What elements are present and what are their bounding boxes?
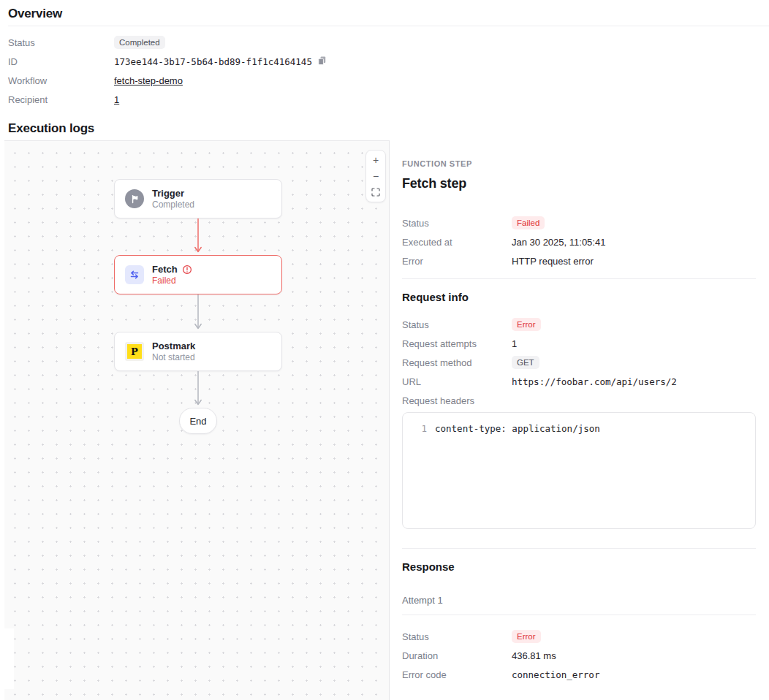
status-label: Status [402,218,512,229]
url-value: https://foobar.com/api/users/2 [512,376,677,387]
request-headers-code-box[interactable]: 1 content-type: application/json [402,412,756,529]
postmark-logo-icon: P [125,342,144,361]
edge-trigger-fetch [194,218,202,255]
step-title: Fetch step [402,175,756,191]
overview-row-workflow: Workflow fetch-step-demo [8,73,769,88]
status-label: Status [8,37,114,48]
request-attempts-label: Request attempts [402,338,512,349]
attempt-label: Attempt 1 [402,595,756,606]
recipient-label: Recipient [8,94,114,105]
code-line: 1 content-type: application/json [403,422,755,435]
node-postmark[interactable]: P Postmark Not started [114,332,282,371]
status-badge: Error [512,318,541,331]
request-headers-label: Request headers [402,395,512,406]
panel-row-status: Status Failed [402,216,756,230]
overview-section: Overview Status Completed ID 173ee144-3b… [0,7,769,107]
response-row-error-code: Error code connection_error [402,667,756,682]
canvas-controls: + − [365,150,386,202]
flag-icon [125,189,144,208]
zoom-in-button[interactable]: + [367,152,384,168]
status-label: Status [402,631,512,642]
header-code: content-type: application/json [435,422,600,435]
response-row-duration: Duration 436.81 ms [402,648,756,663]
node-status: Failed [152,275,192,286]
node-trigger[interactable]: Trigger Completed [114,179,282,218]
request-row-attempts: Request attempts 1 [402,336,756,351]
minus-icon: − [373,171,379,181]
request-row-status: Status Error [402,317,756,332]
zoom-out-button[interactable]: − [367,168,384,184]
request-row-url: URL https://foobar.com/api/users/2 [402,374,756,389]
edge-fetch-postmark [194,294,202,331]
node-end: End [179,408,217,434]
request-row-headers: Request headers [402,393,756,408]
copy-icon [317,56,327,68]
step-detail-panel: FUNCTION STEP Fetch step Status Failed E… [390,140,769,700]
request-method-label: Request method [402,357,512,368]
end-label: End [189,416,206,427]
error-code-value: connection_error [512,669,599,680]
url-label: URL [402,376,512,387]
duration-value: 436.81 ms [512,650,556,661]
request-attempts-value: 1 [512,338,517,349]
request-row-method: Request method GET [402,355,756,370]
node-title: Postmark [152,341,195,352]
line-number: 1 [403,422,427,435]
node-status: Completed [152,199,194,210]
status-badge: Completed [114,36,165,49]
request-info-title: Request info [402,291,756,304]
step-type-eyebrow: FUNCTION STEP [402,159,756,169]
overview-row-id: ID 173ee144-3b17-5b64-bd89-f1f1c4164145 [8,54,769,69]
copy-id-button[interactable] [317,56,327,68]
swap-arrows-icon [125,265,144,284]
alert-circle-icon [182,265,192,275]
overview-title: Overview [8,7,769,21]
status-badge: Failed [512,216,545,229]
status-label: Status [402,319,512,330]
overview-row-recipient: Recipient 1 [8,92,769,107]
postmark-letter: P [127,344,142,359]
error-value: HTTP request error [512,256,594,267]
execution-workspace: Trigger Completed Fetch Failed [4,140,769,700]
duration-label: Duration [402,650,512,661]
fit-view-button[interactable] [367,184,384,200]
id-label: ID [8,56,114,67]
method-badge: GET [512,356,539,369]
node-title: Fetch [152,264,178,275]
panel-divider [402,548,756,549]
id-value: 173ee144-3b17-5b64-bd89-f1f1c4164145 [114,56,312,67]
plus-icon: + [373,155,379,165]
status-badge: Error [512,630,541,643]
node-fetch[interactable]: Fetch Failed [114,255,282,294]
recipient-link[interactable]: 1 [114,94,119,105]
execution-logs-title: Execution logs [8,121,769,136]
workflow-label: Workflow [8,75,114,86]
overview-row-status: Status Completed [8,35,769,50]
error-label: Error [402,256,512,267]
attempt-divider [402,615,756,615]
response-title: Response [402,560,756,574]
panel-divider [402,278,756,279]
panel-row-error: Error HTTP request error [402,254,756,268]
executed-at-label: Executed at [402,237,512,248]
canvas-notch [4,628,14,689]
error-code-label: Error code [402,669,512,680]
response-row-status: Status Error [402,629,756,644]
panel-row-executed-at: Executed at Jan 30 2025, 11:05:41 [402,235,756,249]
node-status: Not started [152,352,195,363]
fit-view-icon [371,188,380,197]
edge-postmark-end [194,371,202,408]
executed-at-value: Jan 30 2025, 11:05:41 [512,237,605,248]
node-title: Trigger [152,188,184,199]
workflow-canvas[interactable]: Trigger Completed Fetch Failed [4,140,390,700]
workflow-link[interactable]: fetch-step-demo [114,75,183,86]
